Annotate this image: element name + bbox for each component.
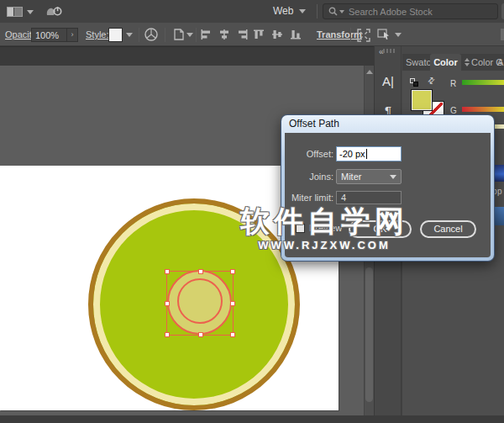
separator [350,28,351,42]
search-icon [328,7,338,16]
control-bar: Opacity: 100% › Style: [0,23,504,46]
style-link[interactable]: Style: [86,29,109,40]
red-slider-label: R [450,79,456,88]
chevron-down-icon[interactable] [27,10,34,14]
align-right-icon[interactable] [237,29,249,40]
selection-handle[interactable] [230,301,235,306]
opacity-value: 100% [32,30,66,40]
text-caret [366,149,367,159]
offset-input[interactable]: -20 px [336,146,402,161]
joins-value: Miter [341,172,361,182]
chevron-down-icon[interactable] [186,33,193,37]
style-swatch[interactable] [108,28,123,42]
clipped-panel-item [495,207,504,225]
chevron-down-icon[interactable] [395,33,402,37]
search-placeholder: Search Adobe Stock [349,7,433,17]
green-slider-label: G [450,106,457,115]
separator [165,28,165,42]
miter-limit-value: 4 [341,193,346,203]
transform-link[interactable]: Transform [317,29,362,40]
clipped-control [501,29,504,40]
opacity-flyout-button[interactable]: › [66,29,77,41]
joins-dropdown[interactable]: Miter [336,169,402,184]
app-bar: Web Search Adobe Stock [0,0,504,23]
red-slider[interactable] [462,80,504,85]
selection-handle[interactable] [230,269,235,274]
dialog-body: Offset: -20 px Joins: Miter Miter limit:… [285,133,491,257]
color-spectrum-clipped[interactable] [495,165,504,182]
ok-button[interactable]: OK [349,220,412,238]
document-setup-icon[interactable] [172,28,186,41]
adobe-stock-search-input[interactable]: Search Adobe Stock [323,3,498,19]
dialog-title[interactable]: Offset Path [281,115,494,133]
joins-label: Joins: [285,172,333,182]
default-fill-stroke-icon[interactable] [410,78,418,87]
separator [317,4,318,19]
cancel-button[interactable]: Cancel [420,220,476,238]
panel-divider [402,261,402,423]
selection-handle[interactable] [198,332,203,337]
align-top-icon[interactable] [253,29,265,40]
tab-color[interactable]: Color [430,54,461,71]
document-preset-dropdown[interactable]: Web [273,5,293,17]
chevron-down-icon[interactable] [126,33,133,37]
illustrator-window: Web Search Adobe Stock Opacity: 100% › S… [0,0,504,423]
document-tab-band [0,46,374,66]
separator [139,28,139,42]
swap-fill-stroke-icon[interactable]: ⇄ [425,75,437,87]
selection-handle[interactable] [198,269,203,274]
align-center-icon[interactable] [218,29,230,40]
selection-handle[interactable] [165,269,170,274]
blue-slider-clipped[interactable] [495,124,504,129]
selection-handle[interactable] [165,332,170,337]
offset-value: -20 px [339,149,365,159]
application-frame-icon[interactable] [7,7,23,17]
chevron-down-icon [390,175,396,179]
miter-limit-input[interactable]: 4 [336,191,402,204]
selection-handle[interactable] [165,301,170,306]
align-bottom-icon[interactable] [290,29,302,40]
scroll-up-arrow-icon[interactable] [366,70,373,74]
select-similar-objects-icon[interactable] [377,28,391,41]
selection-bounding-box[interactable] [166,271,234,336]
offset-label: Offset: [285,149,333,159]
green-slider[interactable] [462,107,504,112]
preview-checkbox[interactable] [296,224,305,233]
preview-label: Preview [309,223,342,233]
search-scope-chevron-icon [339,10,344,13]
chevron-down-icon[interactable] [299,9,306,13]
tab-appearance[interactable]: A [497,54,503,71]
miter-limit-label: Miter limit: [285,193,333,203]
vertical-scrollbar-thumb[interactable] [365,267,373,402]
offset-path-dialog: Offset Path Offset: -20 px Joins: Miter … [281,115,494,261]
vertical-align-group [253,29,302,40]
align-left-icon[interactable] [200,29,212,40]
bottom-scroll-strip[interactable] [0,415,504,423]
fill-color-swatch[interactable] [411,89,433,111]
separator [196,28,197,42]
character-panel-icon[interactable]: A| [375,74,402,88]
recolor-artwork-icon[interactable] [144,27,159,42]
align-middle-icon[interactable] [271,29,283,40]
selection-handle[interactable] [230,332,235,337]
touch-workspace-icon[interactable] [45,4,64,19]
panel-tab-bar: Swatch Color Color G A [402,54,504,71]
horizontal-align-group [200,29,249,40]
isolate-selected-object-icon[interactable] [357,29,370,42]
opacity-field[interactable]: 100% › [31,28,78,42]
panel-cycle-icon[interactable] [465,58,470,66]
